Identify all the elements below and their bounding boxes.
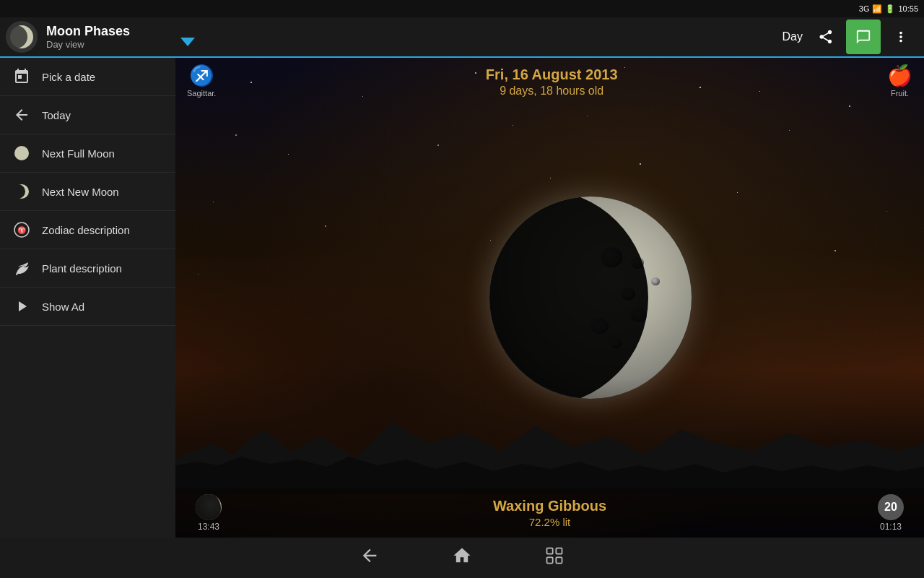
- moon-small-shadow: [196, 494, 221, 520]
- day-circle: 20: [878, 494, 904, 520]
- menu-button[interactable]: [884, 20, 918, 54]
- network-indicator: 3G: [859, 4, 870, 13]
- moon-shadow: [489, 197, 648, 399]
- phase-lit: 72.2% lit: [230, 516, 869, 528]
- bottom-center-block: Waxing Gibbous 72.2% lit: [230, 498, 869, 528]
- status-bar: 3G 📶 🔋 10:55: [0, 0, 924, 17]
- main-content: ♐ Sagittar. Fri, 16 August 2013 9 days, …: [175, 58, 924, 538]
- svg-point-2: [14, 146, 29, 160]
- app-name: Moon Phases: [46, 24, 771, 39]
- night-sky-bg: ♐ Sagittar. Fri, 16 August 2013 9 days, …: [175, 58, 924, 538]
- svg-rect-7: [547, 548, 553, 554]
- sidebar-item-next-new-moon[interactable]: Next New Moon: [0, 173, 175, 211]
- sidebar: Pick a date Today Next Full Moon Next Ne…: [0, 58, 175, 538]
- date-display: Fri, 16 August 2013: [216, 66, 887, 83]
- moonset-time: 01:13: [880, 522, 902, 532]
- full-moon-icon: [12, 143, 32, 163]
- home-button[interactable]: [452, 545, 472, 570]
- mountains-silhouette: [175, 393, 924, 494]
- zodiac-icon: ♈: [12, 220, 32, 240]
- sidebar-label-show-ad: Show Ad: [42, 301, 84, 313]
- sidebar-item-show-ad[interactable]: Show Ad: [0, 288, 175, 326]
- view-mode: Day view: [46, 39, 771, 50]
- sidebar-item-zodiac[interactable]: ♈ Zodiac description: [0, 211, 175, 249]
- new-moon-icon: [12, 181, 32, 202]
- recents-button[interactable]: [544, 545, 565, 570]
- svg-rect-9: [547, 557, 553, 563]
- sidebar-item-next-full-moon[interactable]: Next Full Moon: [0, 134, 175, 173]
- plant-icon: [12, 258, 32, 278]
- sidebar-label-zodiac: Zodiac description: [42, 224, 130, 236]
- sidebar-label-plant: Plant description: [42, 262, 122, 275]
- triangle-indicator: [180, 38, 195, 46]
- fruit-label: Fruit.: [891, 89, 909, 98]
- sidebar-label-today: Today: [42, 109, 71, 121]
- signal-icon: 📶: [872, 4, 882, 14]
- svg-text:♈: ♈: [17, 225, 27, 235]
- share-button[interactable]: [808, 20, 843, 54]
- day-label: Day: [777, 30, 808, 43]
- moon: [489, 197, 692, 399]
- calendar-icon: [12, 66, 32, 87]
- date-block: Fri, 16 August 2013 9 days, 18 hours old: [216, 64, 887, 98]
- bottom-left-block: 13:43: [187, 494, 230, 532]
- svg-rect-10: [556, 557, 562, 563]
- phase-name: Waxing Gibbous: [230, 498, 869, 514]
- info-overlay-bottom: 13:43 Waxing Gibbous 72.2% lit 20 01:13: [175, 488, 924, 538]
- bottom-right-block: 20 01:13: [869, 494, 912, 532]
- top-bar-actions: [808, 20, 918, 54]
- play-icon: [12, 296, 32, 316]
- info-overlay-top: ♐ Sagittar. Fri, 16 August 2013 9 days, …: [175, 64, 924, 98]
- sidebar-label-pick-date: Pick a date: [42, 71, 95, 83]
- moon-age: 9 days, 18 hours old: [216, 85, 887, 98]
- sidebar-item-pick-date[interactable]: Pick a date: [0, 58, 175, 96]
- back-button[interactable]: [359, 545, 380, 570]
- fruit-icon: 🍎: [887, 64, 912, 87]
- nav-bar: [0, 538, 924, 578]
- sidebar-label-full-moon: Next Full Moon: [42, 147, 115, 160]
- sidebar-label-new-moon: Next New Moon: [42, 186, 119, 198]
- clock: 10:55: [898, 4, 918, 13]
- zodiac-symbol: ♐: [189, 64, 214, 87]
- app-title-block: Moon Phases Day view: [46, 24, 771, 50]
- battery-icon: 🔋: [885, 4, 895, 14]
- zodiac-block: ♐ Sagittar.: [187, 64, 216, 98]
- svg-rect-8: [556, 548, 562, 554]
- today-icon: [12, 105, 32, 125]
- moon-container: [489, 197, 692, 399]
- app-icon: [6, 21, 38, 53]
- chat-button[interactable]: [846, 20, 881, 54]
- moonrise-time: 13:43: [198, 522, 219, 532]
- top-bar: Moon Phases Day view Day: [0, 17, 924, 58]
- moon-thumbnail: [196, 494, 222, 520]
- zodiac-label: Sagittar.: [187, 89, 216, 98]
- sidebar-item-today[interactable]: Today: [0, 96, 175, 134]
- sidebar-item-plant[interactable]: Plant description: [0, 249, 175, 288]
- fruit-block: 🍎 Fruit.: [887, 64, 912, 98]
